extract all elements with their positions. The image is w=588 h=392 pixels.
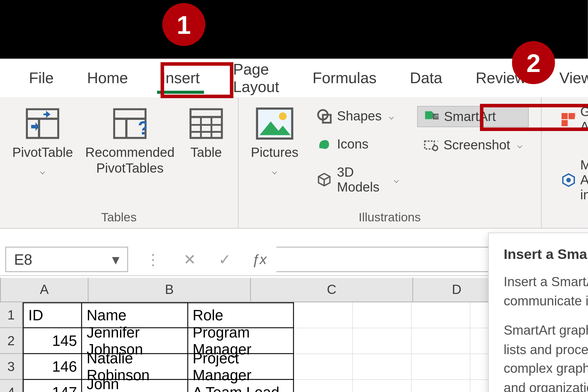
screenshot-icon: +	[423, 138, 438, 153]
column-header[interactable]: C	[251, 278, 413, 303]
pivottable-button[interactable]: PivotTable ⌵	[12, 106, 73, 176]
enter-icon[interactable]: ✓	[207, 251, 242, 268]
tab-file[interactable]: File	[21, 67, 61, 89]
chevron-down-icon: ▾	[112, 251, 119, 268]
icons-button[interactable]: Icons	[311, 134, 405, 154]
cell[interactable]	[294, 354, 353, 380]
table-label: Table	[190, 145, 222, 160]
svg-line-22	[324, 177, 330, 180]
name-box[interactable]: E8▾	[5, 247, 128, 272]
icons-label: Icons	[337, 137, 369, 152]
cell[interactable]: 146	[23, 354, 82, 380]
tab-home[interactable]: Home	[79, 67, 136, 89]
select-all-corner[interactable]	[0, 278, 1, 303]
cell[interactable]	[294, 328, 353, 354]
shapes-icon	[317, 109, 332, 124]
cell[interactable]	[412, 302, 471, 328]
cell[interactable]: Project Manager	[188, 354, 294, 380]
svg-point-37	[566, 178, 570, 182]
callout-1-box	[160, 62, 233, 98]
column-header[interactable]: D	[413, 278, 501, 303]
svg-rect-9	[190, 109, 222, 138]
cell[interactable]	[412, 328, 471, 354]
tooltip-paragraph-2: SmartArt graphics range from graphical l…	[504, 321, 588, 392]
tables-group-label: Tables	[101, 205, 137, 224]
svg-point-17	[279, 112, 287, 120]
svg-rect-0	[27, 109, 59, 138]
pictures-icon	[255, 106, 294, 141]
cell[interactable]: ID	[23, 302, 82, 328]
svg-text:?: ?	[138, 117, 147, 139]
pictures-button[interactable]: Pictures ⌵	[251, 106, 299, 176]
row-header[interactable]: 2	[0, 328, 23, 354]
callout-2-box	[480, 104, 588, 131]
column-header[interactable]: B	[89, 278, 251, 303]
cell[interactable]: 145	[23, 328, 82, 354]
cell[interactable]	[353, 328, 412, 354]
pivottable-label: PivotTable	[12, 145, 73, 160]
recommended-pivottables-button[interactable]: ? Recommended PivotTables	[85, 106, 175, 176]
cube-icon	[317, 172, 332, 187]
addins-icon	[560, 173, 575, 188]
table-icon	[187, 106, 225, 141]
recommended-pivottables-icon: ?	[111, 106, 149, 141]
callout-1-badge: 1	[162, 3, 205, 46]
tooltip-paragraph-1: Insert a SmartArt graphic to visually co…	[504, 272, 588, 310]
cell[interactable]	[294, 302, 353, 328]
tooltip-title: Insert a SmartArt Graphic	[504, 246, 588, 263]
chevron-down-icon: ⌵	[517, 140, 522, 150]
cell[interactable]	[353, 354, 412, 380]
cell[interactable]: John Ferguson	[82, 380, 188, 392]
my-addins-button[interactable]: My Add-ins⌵	[554, 155, 588, 205]
chevron-down-icon: ⌵	[389, 111, 394, 122]
screenshot-label: Screenshot	[444, 138, 510, 153]
screenshot-button[interactable]: + Screenshot⌵	[417, 135, 529, 155]
tab-page-layout[interactable]: Page Layout	[225, 58, 287, 98]
row-header[interactable]: 1	[0, 302, 23, 328]
ribbon-tabs: FileHomeInsertPage LayoutFormulasDataRev…	[0, 59, 588, 97]
svg-text:+: +	[437, 139, 438, 145]
cell[interactable]	[412, 354, 471, 380]
cell[interactable]	[353, 380, 412, 392]
chevron-down-icon: ⌵	[394, 174, 399, 185]
tab-data[interactable]: Data	[402, 67, 450, 89]
row-header[interactable]: 3	[0, 354, 23, 380]
row-header[interactable]: 4	[0, 380, 23, 392]
cell[interactable]	[353, 302, 412, 328]
ribbon-group-tables: PivotTable ⌵ ? Recommended PivotTables T…	[0, 97, 239, 228]
recommended-pivottables-label: Recommended PivotTables	[85, 145, 175, 176]
cell[interactable]: A Team Lead	[188, 380, 294, 392]
smartart-icon	[424, 109, 439, 124]
cell[interactable]	[294, 380, 353, 392]
cell[interactable]: 147	[23, 380, 82, 392]
illustrations-group-label: Illustrations	[359, 205, 421, 224]
my-addins-label: My Add-ins	[580, 158, 588, 202]
tab-view[interactable]: View	[552, 67, 588, 89]
chevron-down-icon: ⌵	[40, 166, 45, 176]
tab-formulas[interactable]: Formulas	[305, 67, 384, 89]
fx-button[interactable]: ƒx	[242, 251, 276, 268]
3d-models-label: 3D Models	[337, 165, 380, 195]
svg-point-30	[434, 146, 437, 150]
3d-models-button[interactable]: 3D Models⌵	[311, 162, 405, 197]
svg-marker-3	[31, 122, 39, 131]
title-bar-black	[0, 0, 588, 59]
pictures-label: Pictures	[251, 145, 299, 160]
cell[interactable]	[412, 380, 471, 392]
column-header[interactable]: A	[1, 278, 89, 303]
shapes-button[interactable]: Shapes⌵	[311, 106, 405, 126]
table-button[interactable]: Table	[187, 106, 225, 160]
icons-icon	[317, 137, 332, 152]
svg-marker-4	[44, 111, 51, 118]
divider-icon: ⋮	[134, 251, 172, 268]
cancel-icon[interactable]: ✕	[172, 251, 207, 268]
shapes-label: Shapes	[337, 109, 382, 124]
svg-line-21	[319, 177, 324, 180]
pivottable-icon	[23, 106, 62, 141]
callout-2-badge: 2	[512, 41, 555, 84]
chevron-down-icon: ⌵	[272, 166, 277, 176]
smartart-tooltip: Insert a SmartArt Graphic Insert a Smart…	[488, 233, 588, 392]
